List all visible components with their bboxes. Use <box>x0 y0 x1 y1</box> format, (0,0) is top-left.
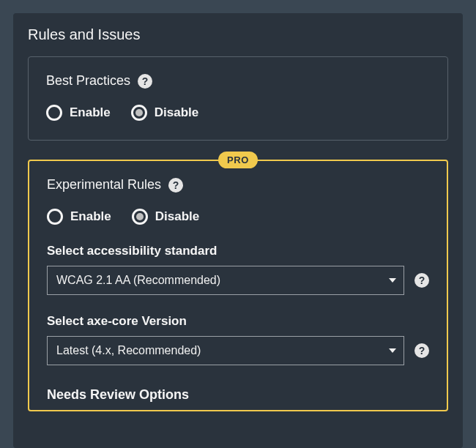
chevron-down-icon <box>389 278 396 283</box>
panel-title: Rules and Issues <box>28 26 448 43</box>
axe-core-version-block: Select axe-core Version Latest (4.x, Rec… <box>47 314 429 365</box>
rules-and-issues-panel: Rules and Issues Best Practices ? Enable… <box>13 13 463 448</box>
best-practices-label: Best Practices <box>46 73 130 89</box>
best-practices-enable-radio[interactable]: Enable <box>46 105 111 121</box>
radio-label: Disable <box>155 209 199 224</box>
accessibility-standard-select[interactable]: WCAG 2.1 AA (Recommended) <box>47 266 404 295</box>
axe-core-version-label: Select axe-core Version <box>47 314 429 329</box>
radio-icon <box>47 209 63 225</box>
best-practices-disable-radio[interactable]: Disable <box>131 105 198 121</box>
pro-badge: PRO <box>218 152 258 168</box>
radio-icon <box>46 105 62 121</box>
chevron-down-icon <box>389 348 396 353</box>
best-practices-radio-row: Enable Disable <box>46 105 430 121</box>
accessibility-standard-row: WCAG 2.1 AA (Recommended) ? <box>47 266 429 295</box>
needs-review-heading: Needs Review Options <box>47 387 429 403</box>
axe-core-version-select[interactable]: Latest (4.x, Recommended) <box>47 336 404 365</box>
experimental-rules-label: Experimental Rules <box>47 177 161 193</box>
radio-selected-dot <box>135 109 143 116</box>
select-value: Latest (4.x, Recommended) <box>56 344 201 357</box>
experimental-rules-disable-radio[interactable]: Disable <box>132 209 199 225</box>
help-icon[interactable]: ? <box>168 178 183 193</box>
experimental-rules-enable-radio[interactable]: Enable <box>47 209 111 225</box>
accessibility-standard-label: Select accessibility standard <box>47 244 429 258</box>
radio-selected-dot <box>136 213 144 220</box>
radio-icon <box>131 105 147 121</box>
axe-core-version-row: Latest (4.x, Recommended) ? <box>47 336 429 365</box>
help-icon[interactable]: ? <box>138 74 152 89</box>
select-value: WCAG 2.1 AA (Recommended) <box>56 274 220 287</box>
best-practices-group: Best Practices ? Enable Disable <box>28 56 448 141</box>
accessibility-standard-block: Select accessibility standard WCAG 2.1 A… <box>47 244 429 295</box>
experimental-rules-header: Experimental Rules ? <box>47 177 429 193</box>
help-icon[interactable]: ? <box>414 343 429 358</box>
best-practices-header: Best Practices ? <box>46 73 430 89</box>
radio-label: Disable <box>155 105 198 120</box>
help-icon[interactable]: ? <box>414 273 429 288</box>
radio-label: Enable <box>70 105 111 120</box>
radio-label: Enable <box>70 209 111 224</box>
radio-icon <box>132 209 148 225</box>
pro-group: PRO Experimental Rules ? Enable Disable … <box>28 160 448 411</box>
experimental-rules-radio-row: Enable Disable <box>47 209 429 225</box>
